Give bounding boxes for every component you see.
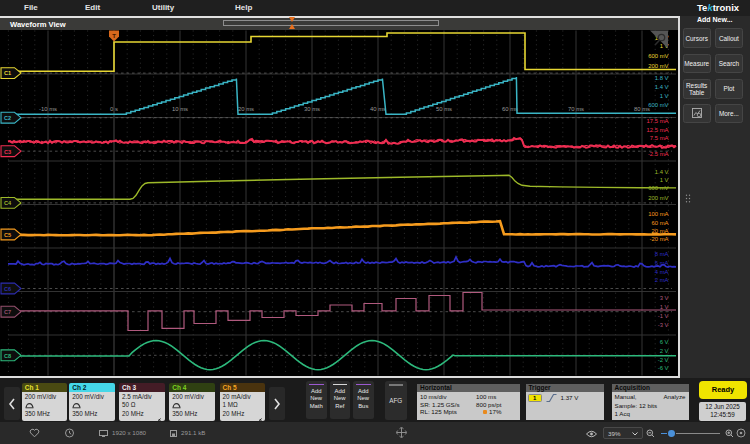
- svg-text:60 ms: 60 ms: [502, 106, 518, 112]
- svg-text:0 s: 0 s: [110, 106, 118, 112]
- svg-text:C6: C6: [4, 285, 11, 291]
- svg-text:200 mV: 200 mV: [648, 194, 668, 200]
- svg-text:20 mA: 20 mA: [651, 227, 668, 233]
- svg-text:600 mV: 600 mV: [648, 53, 668, 59]
- svg-text:20 ms: 20 ms: [238, 106, 254, 112]
- svg-text:-1 V: -1 V: [658, 313, 669, 319]
- svg-text:-6 V: -6 V: [658, 365, 669, 371]
- svg-text:6 mA: 6 mA: [655, 259, 669, 265]
- svg-text:1 V: 1 V: [660, 176, 669, 182]
- svg-text:10 ms: 10 ms: [172, 106, 188, 112]
- svg-text:1.4 V: 1.4 V: [655, 168, 669, 174]
- svg-text:70 ms: 70 ms: [568, 106, 584, 112]
- svg-text:12.5 mA: 12.5 mA: [647, 126, 669, 132]
- svg-text:-2 V: -2 V: [658, 356, 669, 362]
- svg-text:C1: C1: [4, 70, 11, 76]
- svg-text:1 V: 1 V: [660, 92, 669, 98]
- svg-text:50 ms: 50 ms: [436, 106, 452, 112]
- svg-text:60 mA: 60 mA: [651, 219, 668, 225]
- svg-text:T: T: [112, 33, 116, 39]
- svg-text:1 V: 1 V: [660, 304, 669, 310]
- svg-text:-20 mA: -20 mA: [650, 236, 669, 242]
- svg-text:C5: C5: [4, 231, 11, 237]
- svg-text:C3: C3: [4, 148, 11, 154]
- svg-text:-2.5 mA: -2.5 mA: [648, 151, 669, 157]
- svg-text:C7: C7: [4, 309, 11, 315]
- svg-text:30 ms: 30 ms: [304, 106, 320, 112]
- svg-text:C4: C4: [4, 200, 12, 206]
- svg-text:2 V: 2 V: [660, 347, 669, 353]
- svg-text:2 mA: 2 mA: [655, 277, 669, 283]
- svg-text:3 V: 3 V: [660, 294, 669, 300]
- svg-text:200 mV: 200 mV: [648, 63, 668, 69]
- svg-text:40 ms: 40 ms: [370, 106, 386, 112]
- svg-text:4 mA: 4 mA: [655, 269, 669, 275]
- svg-text:1.8 V: 1.8 V: [655, 75, 669, 81]
- svg-text:-10 ms: -10 ms: [39, 106, 57, 112]
- svg-text:1.4 V: 1.4 V: [655, 83, 669, 89]
- svg-text:C8: C8: [4, 352, 11, 358]
- svg-text:600 mV: 600 mV: [648, 185, 668, 191]
- svg-text:6 V: 6 V: [660, 339, 669, 345]
- svg-text:-3 V: -3 V: [658, 322, 669, 328]
- svg-text:600 mV: 600 mV: [648, 101, 668, 107]
- svg-text:17.5 mA: 17.5 mA: [647, 117, 669, 123]
- svg-text:100 mA: 100 mA: [648, 211, 668, 217]
- svg-text:C2: C2: [4, 115, 11, 121]
- svg-text:8 mA: 8 mA: [655, 251, 669, 257]
- svg-text:7.5 mA: 7.5 mA: [650, 135, 669, 141]
